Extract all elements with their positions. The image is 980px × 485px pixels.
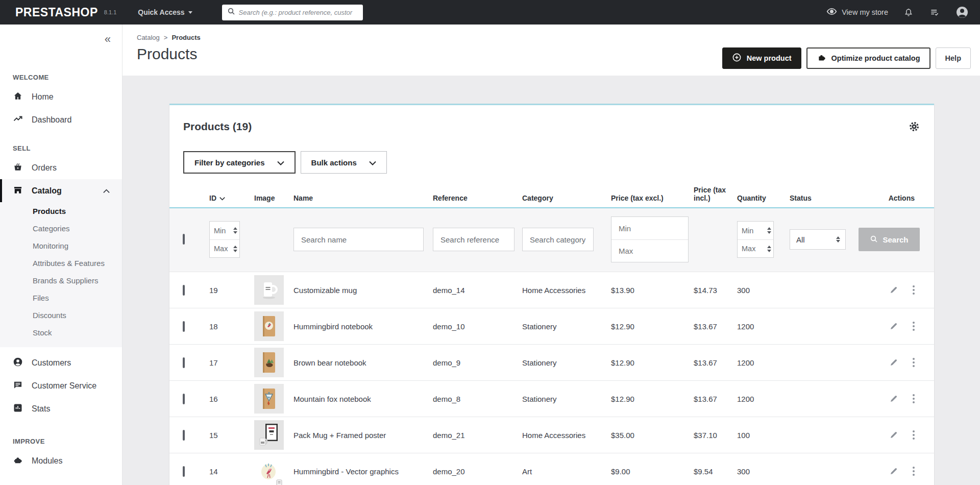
sidebar-item-home[interactable]: Home	[0, 85, 122, 108]
table-header-row: ID Image Name Reference Category Price (…	[169, 186, 934, 208]
row-checkbox[interactable]	[183, 430, 185, 441]
row-checkbox[interactable]	[183, 394, 185, 404]
table-row[interactable]: 16 Mountain fox notebook demo_8 Statione…	[169, 380, 934, 417]
table-row[interactable]: 15 Pack Mug + Framed poster demo_21 Home…	[169, 417, 934, 453]
table-filter-row: All Search	[169, 208, 934, 272]
sidebar-item-modules[interactable]: Modules	[0, 449, 122, 472]
breadcrumb: Catalog > Products	[137, 34, 980, 41]
sidebar-subitem-brands-suppliers[interactable]: Brands & Suppliers	[0, 272, 122, 289]
id-min-input[interactable]	[214, 227, 233, 235]
eye-icon	[826, 6, 837, 18]
search-reference-input[interactable]	[433, 228, 514, 251]
gear-icon[interactable]	[909, 121, 920, 132]
row-menu-dots-icon[interactable]	[913, 467, 915, 476]
sidebar-subitem-discounts[interactable]: Discounts	[0, 306, 122, 324]
activity-list-check-icon[interactable]	[929, 7, 940, 17]
new-product-button[interactable]: New product	[722, 47, 801, 69]
sidebar-subitem-products[interactable]: Products	[0, 202, 122, 220]
cell-category: Home Accessories	[522, 431, 611, 440]
view-my-store-label: View my store	[842, 8, 888, 16]
status-filter-value: All	[796, 235, 805, 244]
quantity-max-input[interactable]	[742, 245, 767, 253]
sidebar-item-catalog[interactable]: Catalog	[0, 179, 122, 202]
quantity-min-input[interactable]	[742, 227, 767, 235]
stepper-arrows-icon[interactable]	[767, 246, 771, 252]
sidebar-item-orders[interactable]: Orders	[0, 156, 122, 179]
table-row[interactable]: 18 Hummingbird notebook demo_10 Statione…	[169, 308, 934, 344]
search-category-input[interactable]	[522, 228, 594, 251]
price-max-input[interactable]	[611, 239, 688, 262]
filter-by-categories-button[interactable]: Filter by categories	[183, 151, 296, 174]
id-max-input[interactable]	[214, 245, 233, 253]
edit-pencil-icon[interactable]	[889, 394, 898, 403]
sidebar-subitem-monitoring[interactable]: Monitoring	[0, 237, 122, 254]
status-filter-select[interactable]: All	[790, 229, 846, 250]
sidebar-subitem-files[interactable]: Files	[0, 289, 122, 306]
row-menu-dots-icon[interactable]	[913, 358, 915, 367]
row-checkbox[interactable]	[183, 357, 185, 368]
search-name-input[interactable]	[293, 228, 424, 251]
edit-pencil-icon[interactable]	[889, 358, 898, 367]
sidebar-subitem-stock[interactable]: Stock	[0, 324, 122, 341]
row-checkbox[interactable]	[183, 321, 185, 332]
select-all-checkbox[interactable]	[183, 234, 185, 245]
sidebar-section-improve: IMPROVE	[0, 438, 122, 445]
edit-pencil-icon[interactable]	[889, 430, 898, 440]
sidebar-item-label: Catalog	[32, 186, 62, 196]
row-menu-dots-icon[interactable]	[913, 322, 915, 331]
stepper-arrows-icon[interactable]	[233, 246, 237, 252]
optimize-product-catalog-button[interactable]: Optimize product catalog	[806, 47, 930, 69]
sidebar-item-stats[interactable]: Stats	[0, 397, 122, 420]
stepper-arrows-icon[interactable]	[233, 227, 237, 234]
search-input[interactable]	[239, 9, 358, 16]
edit-pencil-icon[interactable]	[889, 467, 898, 476]
row-menu-dots-icon[interactable]	[913, 285, 915, 295]
cell-price-incl: $13.67	[694, 395, 737, 403]
id-minmax-filter	[209, 221, 240, 258]
cell-quantity: 100	[737, 431, 790, 440]
product-image-customizable-mug	[254, 275, 284, 305]
view-my-store-link[interactable]: View my store	[826, 6, 888, 18]
sidebar-item-customer-service[interactable]: Customer Service	[0, 374, 122, 397]
account-avatar-icon[interactable]	[955, 6, 969, 19]
bulk-actions-button[interactable]: Bulk actions	[301, 151, 387, 174]
breadcrumb-catalog[interactable]: Catalog	[137, 34, 160, 41]
sidebar-section-sell: SELL	[0, 144, 122, 152]
notifications-bell-icon[interactable]	[903, 7, 914, 18]
quick-access-menu[interactable]: Quick Access	[138, 8, 192, 16]
sidebar-subitem-categories[interactable]: Categories	[0, 220, 122, 237]
table-row[interactable]: 14 Hummingbird - Vector graphics demo_20	[169, 453, 934, 485]
chevron-down-icon	[277, 158, 284, 167]
search-icon	[870, 235, 878, 245]
sidebar-item-dashboard[interactable]: Dashboard	[0, 108, 122, 131]
breadcrumb-products: Products	[172, 34, 200, 41]
cell-name: Hummingbird - Vector graphics	[293, 467, 433, 476]
sidebar-subitem-attributes-features[interactable]: Attributes & Features	[0, 254, 122, 272]
cell-category: Stationery	[522, 322, 611, 331]
row-checkbox[interactable]	[183, 466, 185, 477]
table-row[interactable]: 19 Customizable mug demo_14 Home Accesso…	[169, 272, 934, 308]
table-search-button[interactable]: Search	[859, 228, 920, 251]
row-menu-dots-icon[interactable]	[913, 430, 915, 440]
help-button[interactable]: Help	[936, 47, 971, 69]
stepper-arrows-icon[interactable]	[767, 227, 771, 234]
price-min-input[interactable]	[611, 217, 688, 239]
cell-price-excl: $13.90	[611, 286, 694, 295]
quick-access-label: Quick Access	[138, 8, 184, 16]
cell-id: 14	[209, 467, 254, 476]
edit-pencil-icon[interactable]	[889, 322, 898, 331]
edit-pencil-icon[interactable]	[889, 285, 898, 295]
chevron-down-icon	[369, 158, 376, 167]
sidebar-item-customers[interactable]: Customers	[0, 351, 122, 374]
cell-id: 15	[209, 431, 254, 440]
shopping-basket-icon	[13, 162, 23, 174]
table-row[interactable]: 17 Brown bear notebook demo_9 Stationery…	[169, 344, 934, 380]
column-header-id[interactable]: ID	[209, 194, 254, 202]
row-menu-dots-icon[interactable]	[913, 394, 915, 403]
row-checkbox[interactable]	[183, 285, 185, 296]
sidebar-collapse-button[interactable]: «	[105, 34, 111, 45]
global-search	[222, 5, 363, 20]
chat-bubble-icon	[13, 380, 23, 392]
cell-price-incl: $9.54	[694, 467, 737, 476]
search-icon	[227, 7, 235, 17]
